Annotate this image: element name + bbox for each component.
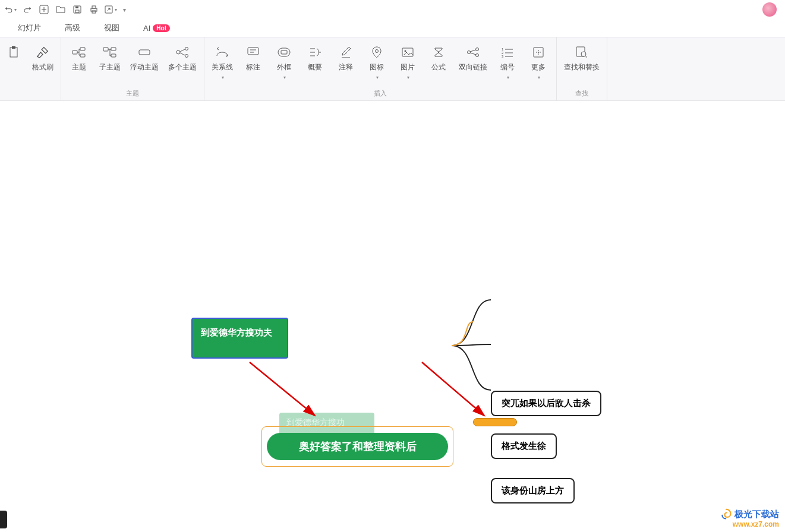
more-button[interactable]: 更多▾ (525, 41, 551, 84)
floating-topic-button[interactable]: 浮动主题 (128, 41, 161, 76)
avatar[interactable] (762, 2, 777, 17)
open-button[interactable] (53, 2, 68, 17)
canvas[interactable]: 到爱德华方搜功夫 到爱德华方搜功 奥好答案了和整理资料后 突兀如果以后敌人击杀 … (0, 101, 785, 532)
callout-button[interactable]: 标注 (240, 41, 266, 76)
save-icon (72, 5, 82, 14)
svg-rect-2 (75, 10, 79, 12)
child-node-3[interactable]: 该身份山房上方 (491, 478, 575, 504)
floating-icon (137, 48, 152, 57)
watermark: 极光下载站 www.xz7.com (720, 508, 779, 528)
brush-icon (36, 46, 49, 59)
hot-badge: Hot (153, 24, 170, 32)
subtopic-button[interactable]: 子主题 (97, 41, 123, 76)
boundary-button[interactable]: 外框▾ (271, 41, 297, 84)
group-label-insert: 插入 (374, 89, 387, 98)
svg-point-23 (376, 50, 379, 53)
svg-point-27 (476, 48, 479, 51)
format-painter-button[interactable]: 格式刷 (30, 41, 56, 76)
watermark-title: 极光下载站 (734, 509, 779, 520)
svg-rect-12 (80, 54, 85, 57)
callout-icon (247, 46, 260, 58)
new-button[interactable] (37, 2, 51, 17)
menubar: 幻灯片 高级 视图 AI Hot (0, 19, 785, 37)
menu-ai-label: AI (143, 24, 150, 33)
svg-rect-3 (75, 7, 78, 8)
floating-node-selected[interactable]: 到爱德华方搜功夫 (191, 318, 288, 359)
paste-button[interactable] (5, 41, 25, 64)
child-node-2[interactable]: 格式发生徐 (491, 433, 557, 459)
ribbon-group-insert: 关系线▾ 标注 外框▾ 概要 注释 图标▾ (204, 37, 557, 100)
svg-point-18 (185, 48, 188, 50)
svg-point-26 (468, 51, 471, 54)
svg-text:3: 3 (502, 55, 504, 58)
icon-button[interactable]: 图标▾ (364, 41, 390, 84)
svg-rect-9 (12, 46, 15, 49)
print-button[interactable] (87, 2, 101, 17)
summary-icon (308, 47, 321, 58)
multiple-topic-button[interactable]: 多个主题 (166, 41, 199, 76)
drop-target-indicator (473, 418, 517, 426)
multiple-icon (175, 46, 190, 58)
svg-point-34 (581, 52, 586, 56)
side-tab[interactable] (0, 511, 7, 528)
summary-button[interactable]: 概要 (302, 41, 328, 76)
svg-point-25 (405, 50, 406, 52)
svg-rect-13 (103, 48, 108, 51)
hyperlink-button[interactable]: 双向链接 (456, 41, 490, 76)
sigma-icon (433, 46, 444, 58)
boundary-icon (277, 47, 291, 58)
relation-button[interactable]: 关系线▾ (209, 41, 235, 84)
qat-more[interactable]: ▾ (120, 2, 128, 17)
menu-advanced[interactable]: 高级 (65, 23, 80, 33)
print-icon (89, 5, 99, 14)
svg-rect-10 (72, 50, 77, 54)
quick-access-toolbar: ▾ ▾ ▾ (0, 0, 785, 19)
group-label-topic: 主题 (126, 89, 139, 98)
plus-square-icon (39, 5, 49, 14)
svg-point-28 (476, 54, 479, 57)
svg-rect-14 (111, 48, 116, 50)
relation-icon (215, 46, 229, 58)
find-replace-button[interactable]: 查找和替换 (562, 41, 602, 76)
more-icon (532, 46, 544, 58)
topic-button[interactable]: 主题 (66, 41, 92, 76)
save-button[interactable] (70, 2, 84, 17)
find-icon (575, 46, 588, 59)
list-icon: 123 (501, 47, 514, 58)
menu-view[interactable]: 视图 (104, 23, 119, 33)
formula-button[interactable]: 公式 (425, 41, 452, 76)
svg-point-17 (176, 50, 180, 54)
redo-icon (23, 5, 31, 14)
svg-rect-8 (10, 48, 17, 57)
share-icon (104, 5, 114, 14)
svg-rect-5 (92, 6, 96, 8)
central-node-selection: 奥好答案了和整理资料后 (261, 426, 453, 467)
share-button[interactable]: ▾ (103, 2, 118, 17)
svg-rect-11 (80, 48, 85, 50)
child-node-1[interactable]: 突兀如果以后敌人击杀 (491, 391, 601, 416)
redo-button[interactable] (20, 2, 34, 17)
subtopic-icon (103, 46, 117, 58)
watermark-url: www.xz7.com (720, 520, 779, 528)
marker-icon (371, 46, 383, 59)
svg-point-19 (185, 55, 188, 58)
group-label-find: 查找 (575, 89, 588, 98)
undo-button[interactable]: ▾ (4, 2, 18, 17)
undo-icon (5, 5, 13, 14)
ribbon-group-find: 查找和替换 查找 (557, 37, 607, 100)
svg-rect-22 (281, 50, 287, 54)
note-icon (340, 46, 352, 59)
image-button[interactable]: 图片▾ (395, 41, 421, 84)
ribbon-group-topic: 主题 子主题 浮动主题 多个主题 主题 (61, 37, 204, 100)
topic-icon (72, 46, 86, 58)
svg-rect-15 (111, 54, 116, 57)
menu-ai[interactable]: AI Hot (143, 24, 170, 33)
menu-slide[interactable]: 幻灯片 (18, 23, 41, 33)
ribbon: 格式刷 主题 子主题 浮动主题 多个主题 主题 (0, 37, 785, 101)
svg-rect-21 (278, 48, 290, 56)
numbering-button[interactable]: 123 编号▾ (494, 41, 521, 84)
note-button[interactable]: 注释 (333, 41, 359, 76)
image-icon (401, 47, 414, 58)
folder-icon (56, 5, 65, 14)
central-node[interactable]: 奥好答案了和整理资料后 (267, 433, 448, 460)
